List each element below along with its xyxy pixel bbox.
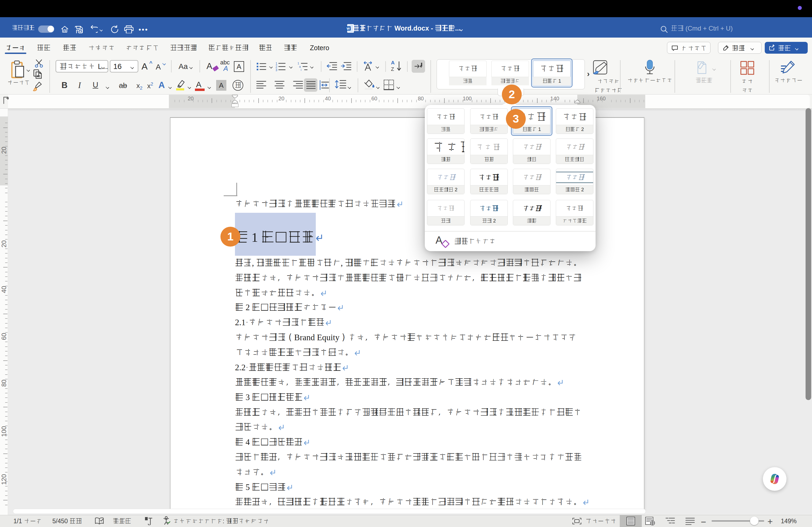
- svg-text:1: 1: [298, 62, 299, 65]
- svg-text:Z: Z: [391, 66, 394, 72]
- svg-text:3: 3: [276, 68, 277, 71]
- svg-text:A: A: [391, 60, 395, 65]
- svg-text:i: i: [301, 68, 301, 71]
- svg-text:W: W: [347, 27, 350, 31]
- svg-text:a: a: [299, 65, 301, 68]
